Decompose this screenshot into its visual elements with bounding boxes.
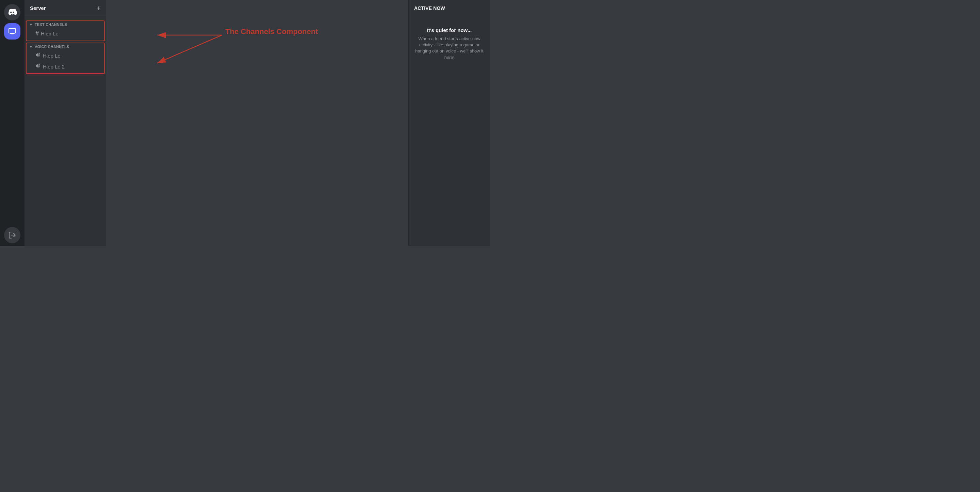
channels-list: ▼ TEXT CHANNELS # Hiep Le ▼ VOICE CHANNE… [24, 16, 106, 246]
speaker-icon-2 [35, 63, 41, 70]
voice-channels-header[interactable]: ▼ VOICE CHANNELS [27, 43, 104, 50]
main-content: The Channels Component [106, 0, 408, 246]
annotation-area: The Channels Component [106, 0, 408, 246]
server-icon-sidebar [0, 0, 24, 246]
active-now-title: ACTIVE NOW [414, 5, 485, 11]
text-channel-item-hiep-le[interactable]: # Hiep Le [29, 28, 102, 39]
text-channels-header[interactable]: ▼ TEXT CHANNELS [27, 21, 104, 28]
text-channels-chevron-icon: ▼ [29, 23, 33, 27]
active-now-sidebar: ACTIVE NOW It's quiet for now... When a … [408, 0, 490, 246]
channels-component-annotation: The Channels Component [225, 27, 318, 36]
discord-home-icon[interactable] [4, 4, 21, 21]
voice-channels-label: VOICE CHANNELS [35, 45, 69, 49]
voice-channel-name-2: Hiep Le 2 [43, 64, 65, 70]
text-channels-label: TEXT CHANNELS [35, 22, 67, 27]
server-header-left: Server [30, 5, 46, 11]
voice-channel-name-1: Hiep Le [43, 53, 60, 59]
channel-sidebar: Server + ▼ TEXT CHANNELS # Hiep Le ▼ [24, 0, 106, 246]
voice-channel-item-hiep-le-2[interactable]: Hiep Le 2 [29, 61, 102, 72]
text-channels-category: ▼ TEXT CHANNELS # Hiep Le [27, 21, 104, 39]
voice-channel-item-hiep-le[interactable]: Hiep Le [29, 50, 102, 61]
hash-icon: # [35, 30, 39, 37]
speaker-icon-1 [35, 52, 41, 59]
logout-icon-button[interactable] [4, 227, 21, 243]
voice-channels-chevron-icon: ▼ [29, 45, 33, 49]
svg-rect-0 [9, 29, 16, 33]
active-now-heading: It's quiet for now... [427, 27, 472, 33]
svg-line-5 [157, 35, 222, 63]
voice-channels-category: ▼ VOICE CHANNELS Hiep Le [27, 43, 104, 72]
active-now-content: It's quiet for now... When a friend star… [414, 19, 485, 61]
server-name: Server [30, 5, 46, 11]
text-channels-component-box: ▼ TEXT CHANNELS # Hiep Le [26, 21, 105, 41]
text-channel-name: Hiep Le [41, 31, 59, 37]
server-icon[interactable] [4, 23, 21, 40]
server-header[interactable]: Server + [24, 0, 106, 16]
active-now-description: When a friend starts active-now activity… [414, 36, 485, 61]
voice-channels-component-box: ▼ VOICE CHANNELS Hiep Le [26, 43, 105, 74]
add-channel-button[interactable]: + [97, 5, 101, 11]
